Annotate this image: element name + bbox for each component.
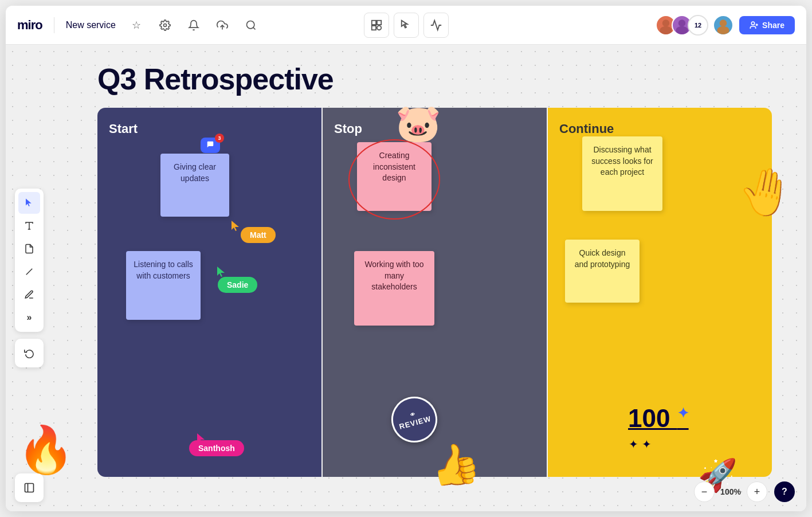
face-sticker: 🐷 [395,102,441,145]
zoom-out-button[interactable]: − [694,481,715,502]
avatar-group: 12 [656,15,733,36]
review-badge: 👁 REVIEW [391,397,437,442]
svg-marker-24 [197,433,205,444]
matt-cursor-area [229,220,243,236]
svg-point-0 [163,23,166,26]
board-title: Q3 Retrospective [97,62,334,96]
svg-marker-22 [232,221,239,231]
santhosh-cursor-icon [195,432,209,446]
sidebar-toggle [15,473,44,502]
column-continue: Continue Discussing what success looks f… [548,108,772,477]
svg-rect-5 [376,20,380,24]
project-name[interactable]: New service [66,20,116,30]
santhosh-cursor-area [195,432,209,448]
topbar-icons: ☆ [127,16,260,34]
svg-point-11 [678,19,685,26]
sadie-cursor-area [215,265,229,281]
svg-point-12 [676,26,688,34]
svg-rect-6 [371,25,375,29]
sticky-tool[interactable] [18,238,40,260]
search-button[interactable] [242,16,260,34]
svg-point-13 [720,19,727,26]
sticky-giving-clear-updates[interactable]: Giving clear updates [160,154,229,217]
svg-point-2 [246,21,254,28]
retro-board: Start 3 Giving clear updates Listening t… [97,108,772,477]
hundred-sticker: 100 ✦ [628,406,689,431]
sadie-cursor-icon [215,265,229,279]
svg-point-10 [660,26,672,34]
topbar-center [364,13,449,38]
svg-point-9 [662,19,669,26]
svg-marker-23 [217,267,225,277]
svg-rect-25 [25,484,34,492]
sparkle-decoration: ✦ ✦ [629,437,652,451]
topbar: miro New service ☆ [6,6,806,45]
svg-point-7 [376,25,380,29]
tool-group-main: » [15,189,44,332]
notification-button[interactable] [185,16,203,34]
sticky-discussing-success[interactable]: Discussing what success looks for each p… [582,136,662,211]
shapes-button[interactable] [364,13,389,38]
oval-annotation [348,139,440,220]
select-tool[interactable] [18,192,40,214]
col-start-header: Start [109,122,310,136]
svg-line-3 [253,27,256,29]
share-label: Share [762,21,784,30]
comment-bubble[interactable]: 3 [201,138,220,153]
zoom-in-button[interactable]: + [747,481,767,502]
line-tool[interactable] [18,261,40,283]
thumbs-up-sticker: 👍 [426,437,484,492]
matt-badge: Matt [241,227,276,243]
sticky-working-too-many[interactable]: Working with too many stakeholders [354,251,434,326]
comment-count: 3 [215,134,224,143]
celebration-button[interactable] [423,13,449,38]
zoom-level: 100% [719,487,742,496]
sticky-listening-to-calls[interactable]: Listening to calls with customers [126,251,201,320]
sidebar-toggle-button[interactable] [18,477,40,499]
matt-cursor-icon [229,220,243,233]
window-frame: miro New service ☆ [6,6,806,511]
star-button[interactable]: ☆ [127,16,146,34]
canvas-area[interactable]: » Q3 Retrospective Start [6,45,806,511]
topbar-divider [54,17,54,33]
svg-rect-4 [371,20,375,24]
left-toolbar: » [15,189,44,367]
avatar-3 [713,15,733,36]
bottom-bar: − 100% + ? [694,481,795,502]
sticky-quick-design[interactable]: Quick design and prototyping [565,240,640,303]
svg-marker-18 [26,199,32,207]
text-tool[interactable] [18,215,40,237]
svg-marker-8 [401,20,407,28]
topbar-left: miro New service ☆ [17,16,364,34]
svg-line-21 [26,269,33,275]
column-stop: Stop Creating inconsistent design Workin… [323,108,547,477]
avatar-count: 12 [688,15,708,36]
topbar-right: 12 Share [449,15,795,36]
svg-point-14 [717,26,729,34]
settings-button[interactable] [156,16,174,34]
undo-tool[interactable] [18,342,40,364]
miro-logo: miro [17,18,42,33]
flame-sticker: 🔥 [17,423,74,477]
upload-button[interactable] [213,16,232,34]
col-continue-header: Continue [559,122,760,136]
svg-point-15 [751,22,754,25]
tool-group-undo [15,339,44,367]
pointer-mode-button[interactable] [394,13,419,38]
hand-wave-sticker: 🤚 [733,160,799,224]
share-button[interactable]: Share [739,16,795,34]
column-start: Start 3 Giving clear updates Listening t… [97,108,321,477]
help-button[interactable]: ? [774,481,795,502]
more-tool[interactable]: » [18,307,40,328]
pen-tool[interactable] [18,284,40,306]
